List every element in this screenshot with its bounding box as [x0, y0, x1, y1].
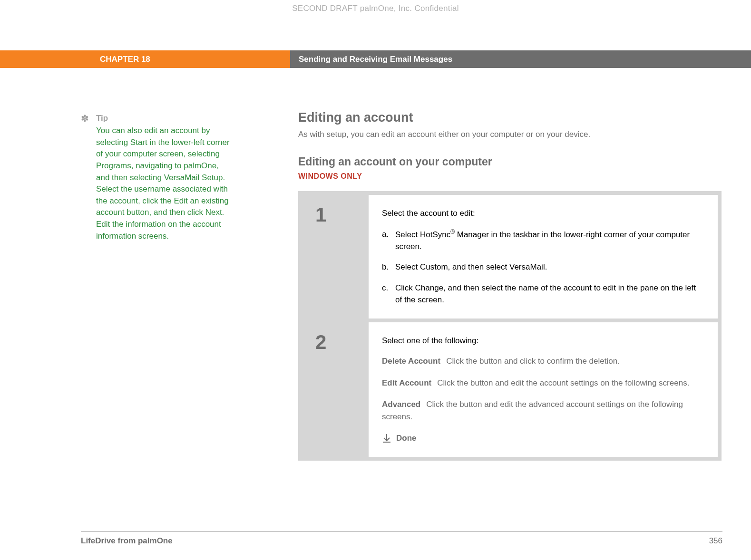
substep-text: Select HotSync® Manager in the taskbar i…	[395, 228, 704, 253]
tip-body: You can also edit an account by selectin…	[96, 125, 233, 242]
substep-text: Select Custom, and then select VersaMail…	[395, 261, 704, 273]
option: Edit AccountClick the button and edit th…	[382, 377, 704, 389]
substep-text-pre: Select HotSync	[395, 230, 450, 239]
step-lead: Select the account to edit:	[382, 207, 704, 220]
option-label: Edit Account	[382, 378, 431, 387]
step-number: 1	[302, 195, 369, 319]
step-body: Select one of the following: Delete Acco…	[369, 322, 718, 457]
intro-text: As with setup, you can edit an account e…	[298, 130, 722, 139]
registered-mark: ®	[450, 229, 455, 235]
substep: c. Click Change, and then select the nam…	[382, 282, 704, 306]
done-arrow-icon	[382, 434, 391, 443]
done-row: Done	[382, 432, 704, 444]
substep-letter: b.	[382, 261, 395, 273]
option: AdvancedClick the button and edit the ad…	[382, 398, 704, 423]
main-content: Editing an account As with setup, you ca…	[298, 110, 722, 461]
substep: a. Select HotSync® Manager in the taskba…	[382, 228, 704, 253]
page-number: 356	[709, 536, 722, 546]
tip-label: Tip	[96, 114, 233, 123]
option: Delete AccountClick the button and click…	[382, 355, 704, 367]
footer-product: LifeDrive from palmOne	[81, 536, 173, 546]
page-footer: LifeDrive from palmOne 356	[81, 531, 722, 546]
tip-star-icon: ✽	[81, 113, 89, 124]
option-label: Delete Account	[382, 357, 440, 366]
step-row: 1 Select the account to edit: a. Select …	[302, 195, 718, 319]
chapter-label: CHAPTER 18	[0, 50, 290, 68]
chapter-title: Sending and Receiving Email Messages	[290, 50, 751, 68]
substep-letter: c.	[382, 282, 395, 306]
option-desc: Click the button and edit the advanced a…	[382, 400, 683, 421]
done-label: Done	[396, 432, 417, 444]
chapter-banner: CHAPTER 18 Sending and Receiving Email M…	[0, 50, 751, 68]
option-desc: Click the button and click to confirm th…	[446, 357, 620, 366]
step-row: 2 Select one of the following: Delete Ac…	[302, 322, 718, 457]
substep-letter: a.	[382, 228, 395, 253]
step-number: 2	[302, 322, 369, 457]
step-lead: Select one of the following:	[382, 335, 704, 347]
substep: b. Select Custom, and then select VersaM…	[382, 261, 704, 273]
option-desc: Click the button and edit the account se…	[437, 378, 689, 387]
draft-header: SECOND DRAFT palmOne, Inc. Confidential	[0, 4, 751, 13]
steps-container: 1 Select the account to edit: a. Select …	[298, 191, 722, 461]
tip-sidebar: ✽ Tip You can also edit an account by se…	[81, 114, 233, 242]
page-heading: Editing an account	[298, 110, 722, 125]
platform-label: WINDOWS ONLY	[298, 172, 722, 181]
section-heading: Editing an account on your computer	[298, 155, 722, 168]
substep-text: Click Change, and then select the name o…	[395, 282, 704, 306]
option-label: Advanced	[382, 400, 420, 409]
step-body: Select the account to edit: a. Select Ho…	[369, 195, 718, 319]
